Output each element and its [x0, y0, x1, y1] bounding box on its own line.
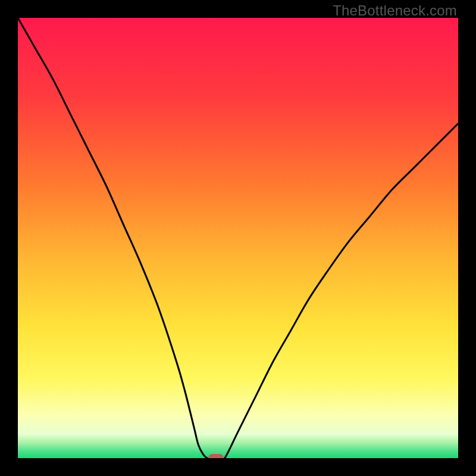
watermark-text: TheBottleneck.com — [333, 2, 457, 19]
bottleneck-curve — [18, 18, 458, 458]
plot-area — [18, 18, 458, 458]
chart-frame: TheBottleneck.com — [0, 0, 476, 476]
optimal-marker — [208, 454, 224, 458]
